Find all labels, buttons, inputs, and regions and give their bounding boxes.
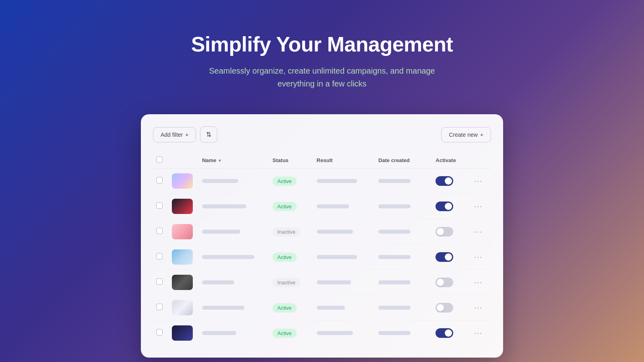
name-sort-icon: ▾ — [219, 158, 221, 163]
table-row: Active ··· — [153, 321, 491, 346]
activate-toggle[interactable] — [436, 202, 453, 211]
hero-title: Simplify Your Management — [191, 32, 453, 56]
campaign-date-placeholder — [378, 306, 411, 310]
table-card: Add filter + ⇅ Create new + Name ▾ Statu… — [141, 114, 503, 358]
toggle-knob — [445, 203, 452, 210]
row-checkbox[interactable] — [156, 228, 163, 234]
create-new-button[interactable]: Create new + — [441, 127, 491, 142]
campaign-thumbnail — [172, 325, 193, 341]
sort-icon: ⇅ — [206, 131, 211, 138]
create-new-label: Create new — [449, 132, 478, 138]
campaign-result-placeholder — [317, 255, 357, 259]
activate-toggle[interactable] — [436, 227, 453, 237]
campaign-name-placeholder — [202, 204, 246, 208]
activate-toggle[interactable] — [436, 176, 453, 186]
campaign-date-placeholder — [378, 331, 411, 335]
more-options-button[interactable]: ··· — [471, 251, 486, 263]
more-options-button[interactable]: ··· — [471, 201, 486, 212]
more-options-button[interactable]: ··· — [471, 277, 486, 288]
more-options-button[interactable]: ··· — [471, 226, 486, 238]
campaign-date-placeholder — [378, 179, 411, 183]
col-status-header: Status — [269, 152, 314, 169]
col-date-header: Date created — [375, 152, 432, 169]
campaign-result-placeholder — [317, 331, 353, 335]
activate-toggle[interactable] — [436, 328, 453, 338]
select-all-checkbox[interactable] — [156, 156, 163, 163]
campaign-result-placeholder — [317, 306, 345, 310]
toolbar: Add filter + ⇅ Create new + — [153, 126, 491, 143]
hero-subtitle: Seamlessly organize, create unlimited ca… — [201, 64, 443, 90]
campaign-thumbnail — [172, 275, 193, 290]
hero-section: Simplify Your Management Seamlessly orga… — [191, 32, 453, 90]
campaign-name-placeholder — [202, 331, 236, 335]
toggle-knob — [445, 253, 452, 261]
row-checkbox[interactable] — [156, 304, 163, 310]
table-body: Active ··· Active — [153, 169, 491, 346]
status-badge: Active — [272, 177, 296, 186]
more-options-button[interactable]: ··· — [471, 302, 486, 314]
row-checkbox[interactable] — [156, 202, 163, 209]
status-badge: Inactive — [272, 278, 300, 287]
campaign-result-placeholder — [317, 280, 351, 284]
col-result-header: Result — [314, 152, 375, 169]
status-badge: Active — [272, 253, 296, 262]
campaign-date-placeholder — [378, 204, 411, 208]
activate-toggle[interactable] — [436, 252, 453, 262]
more-options-button[interactable]: ··· — [471, 175, 486, 187]
create-new-icon: + — [480, 132, 483, 138]
col-name-header: Name ▾ — [199, 152, 269, 169]
add-filter-label: Add filter — [161, 132, 183, 138]
campaign-name-placeholder — [202, 230, 240, 234]
activate-toggle[interactable] — [436, 303, 453, 313]
table-row: Active ··· — [153, 295, 491, 321]
table-row: Inactive ··· — [153, 270, 491, 295]
campaign-thumbnail — [172, 300, 193, 315]
campaign-name-placeholder — [202, 255, 254, 259]
toggle-knob — [445, 329, 452, 337]
status-badge: Active — [272, 303, 296, 313]
activate-toggle[interactable] — [436, 278, 453, 287]
status-badge: Active — [272, 329, 296, 338]
campaign-name-placeholder — [202, 179, 238, 183]
toolbar-left: Add filter + ⇅ — [153, 126, 217, 143]
table-header: Name ▾ Status Result Date created Activa… — [153, 152, 491, 169]
status-badge: Active — [272, 202, 296, 211]
campaign-date-placeholder — [378, 230, 411, 234]
campaign-result-placeholder — [317, 230, 353, 234]
add-filter-icon: + — [185, 132, 188, 138]
table-row: Active ··· — [153, 194, 491, 219]
toggle-knob — [437, 304, 444, 311]
campaign-thumbnail — [172, 173, 193, 189]
table-row: Active ··· — [153, 245, 491, 270]
campaigns-table: Name ▾ Status Result Date created Activa… — [153, 152, 491, 346]
col-activate-header: Activate — [432, 152, 468, 169]
table-row: Active ··· — [153, 169, 491, 194]
row-checkbox[interactable] — [156, 253, 163, 259]
row-checkbox[interactable] — [156, 278, 163, 285]
toggle-knob — [445, 177, 452, 185]
add-filter-button[interactable]: Add filter + — [153, 127, 196, 142]
sort-button[interactable]: ⇅ — [200, 126, 217, 143]
campaign-thumbnail — [172, 249, 193, 265]
more-options-button[interactable]: ··· — [471, 327, 486, 339]
campaign-date-placeholder — [378, 255, 411, 259]
campaign-thumbnail — [172, 224, 193, 239]
row-checkbox[interactable] — [156, 177, 163, 183]
toggle-knob — [437, 228, 444, 235]
row-checkbox[interactable] — [156, 329, 163, 335]
campaign-name-placeholder — [202, 306, 244, 310]
campaign-result-placeholder — [317, 179, 357, 183]
campaign-date-placeholder — [378, 280, 411, 284]
campaign-thumbnail — [172, 199, 193, 214]
campaign-name-placeholder — [202, 280, 234, 284]
toggle-knob — [437, 279, 444, 286]
campaign-result-placeholder — [317, 204, 349, 208]
table-row: Inactive ··· — [153, 219, 491, 245]
status-badge: Inactive — [272, 227, 300, 237]
